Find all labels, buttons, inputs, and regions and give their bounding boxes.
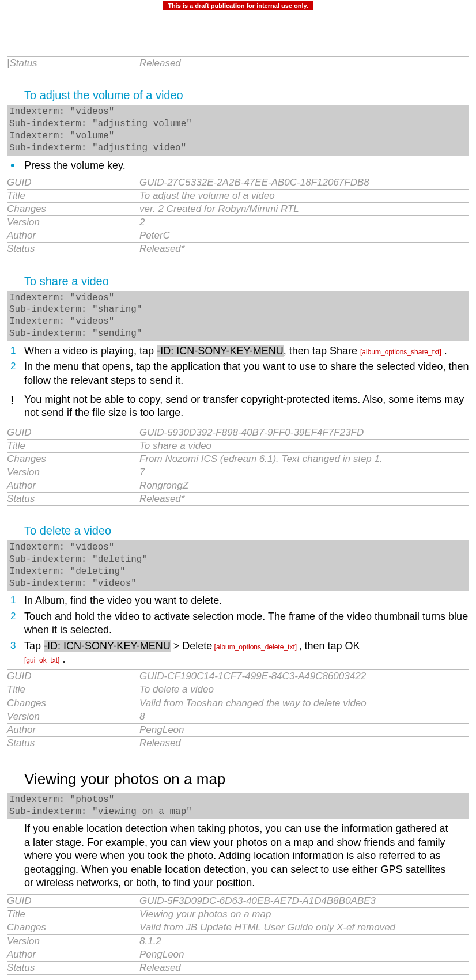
meta-value: Valid from JB Update HTML User Guide onl… [139, 921, 469, 934]
text: . [59, 653, 65, 665]
meta-label: Status [7, 736, 139, 750]
indexterm-block: Indexterm: "videos" Sub-indexterm: "adju… [7, 105, 469, 155]
meta-label: GUID [7, 670, 139, 683]
meta-value: 2 [139, 216, 469, 229]
meta-label: Version [7, 934, 139, 948]
meta-value: 8 [139, 710, 469, 723]
text: . [441, 345, 447, 357]
meta-value: GUID-CF190C14-1CF7-499E-84C3-A49C8600342… [139, 670, 469, 683]
heading-adjust-volume: To adjust the volume of a video [24, 88, 469, 103]
meta-label: Title [7, 908, 139, 921]
delete-label: Delete [182, 640, 212, 652]
meta-value: Viewing your photos on a map [139, 908, 469, 921]
indexterm-block: Indexterm: "videos" Sub-indexterm: "dele… [7, 540, 469, 591]
step-number: 2 [10, 360, 24, 373]
meta-label: Changes [7, 697, 139, 710]
meta-value: RongrongZ [139, 479, 469, 493]
meta-label: GUID [7, 426, 139, 439]
meta-value: PengLeon [139, 723, 469, 736]
meta-value: 7 [139, 466, 469, 479]
heading-photos-map: Viewing your photos on a map [24, 770, 469, 789]
meta-label: Version [7, 710, 139, 723]
meta-label: Title [7, 190, 139, 203]
info-icon: ! [10, 393, 24, 408]
meta-label: Author [7, 723, 139, 736]
step-text: In the menu that opens, tap the applicat… [24, 360, 469, 387]
step-text: Tap -ID: ICN-SONY-KEY-MENU > Delete [alb… [24, 640, 360, 667]
meta-label: Changes [7, 203, 139, 216]
meta-value: PengLeon [139, 948, 469, 961]
meta-label: GUID [7, 895, 139, 908]
meta-value: ver. 2 Created for Robyn/Mimmi RTL [139, 203, 469, 216]
step-number: 2 [10, 610, 24, 623]
meta-label: Status [7, 493, 139, 506]
key-menu-highlight: -ID: ICN-SONY-KEY-MENU [157, 345, 284, 357]
meta-value: To delete a video [139, 683, 469, 697]
heading-share-video: To share a video [24, 274, 469, 289]
ref-album-delete: [album_options_delete_txt] [212, 643, 299, 651]
meta-value: Released [139, 736, 469, 750]
meta-table-sec4: GUIDGUID-5F3D09DC-6D63-40EB-AE7D-A1D4B8B… [7, 894, 469, 975]
meta-value: Released [139, 961, 469, 974]
meta-value: GUID-5F3D09DC-6D63-40EB-AE7D-A1D4B8B0ABE… [139, 895, 469, 908]
ref-album-share: [album_options_share_txt] [360, 348, 441, 356]
indexterm-block: Indexterm: "photos" Sub-indexterm: "view… [7, 793, 469, 819]
text: , then tap [284, 345, 330, 357]
meta-value: Released* [139, 243, 469, 256]
gt-separator: > [171, 640, 183, 652]
meta-table-sec1: GUIDGUID-27C5332E-2A2B-47EE-AB0C-18F1206… [7, 176, 469, 256]
meta-value: PeterC [139, 229, 469, 243]
text: When a video is playing, tap [24, 345, 157, 357]
step-number: 1 [10, 345, 24, 357]
ref-gui-ok: [gui_ok_txt] [24, 656, 59, 664]
meta-label: Version [7, 216, 139, 229]
meta-label: Version [7, 466, 139, 479]
meta-table-sec2: GUIDGUID-5930D392-F898-40B7-9FF0-39EF4F7… [7, 426, 469, 506]
indexterm-block: Indexterm: "videos" Sub-indexterm: "shar… [7, 291, 469, 341]
draft-banner: This is a draft publication for internal… [163, 1, 313, 10]
step-text: Press the volume key. [24, 159, 126, 172]
share-label: Share [330, 345, 357, 357]
body-paragraph: If you enable location detection when ta… [24, 822, 452, 890]
meta-label: Status [7, 961, 139, 974]
meta-value: Released* [139, 493, 469, 506]
meta-label: Changes [7, 921, 139, 934]
meta-value: GUID-5930D392-F898-40B7-9FF0-39EF4F7F23F… [139, 426, 469, 439]
meta-value: Valid from Taoshan changed the way to de… [139, 697, 469, 710]
ok-label: OK [345, 640, 360, 652]
meta-label: Status [9, 58, 37, 69]
meta-value: 8.1.2 [139, 934, 469, 948]
text: Tap [24, 640, 44, 652]
step-text: In Album, find the video you want to del… [24, 594, 222, 607]
meta-value: To adjust the volume of a video [139, 190, 469, 203]
meta-table-top: |StatusReleased [7, 56, 469, 70]
text: , then tap [299, 640, 345, 652]
meta-value: GUID-27C5332E-2A2B-47EE-AB0C-18F12067FDB… [139, 176, 469, 189]
key-menu-highlight: -ID: ICN-SONY-KEY-MENU [44, 640, 171, 652]
step-number: 3 [10, 640, 24, 652]
meta-label: Author [7, 948, 139, 961]
step-text: Touch and hold the video to activate sel… [24, 610, 469, 637]
meta-label: Author [7, 479, 139, 493]
meta-label: Status [7, 243, 139, 256]
meta-label: Author [7, 229, 139, 243]
note-text: You might not be able to copy, send or t… [24, 393, 469, 420]
meta-label: Title [7, 439, 139, 452]
meta-label: Title [7, 683, 139, 697]
heading-delete-video: To delete a video [24, 523, 469, 538]
meta-label: Changes [7, 452, 139, 466]
bullet-icon: • [10, 159, 24, 172]
step-number: 1 [10, 594, 24, 607]
meta-table-sec3: GUIDGUID-CF190C14-1CF7-499E-84C3-A49C860… [7, 669, 469, 750]
meta-value: To share a video [139, 439, 469, 452]
meta-label: GUID [7, 176, 139, 189]
meta-value: Released [139, 57, 469, 70]
step-text: When a video is playing, tap -ID: ICN-SO… [24, 345, 447, 358]
meta-value: From Nozomi ICS (edream 6.1). Text chang… [139, 452, 469, 466]
